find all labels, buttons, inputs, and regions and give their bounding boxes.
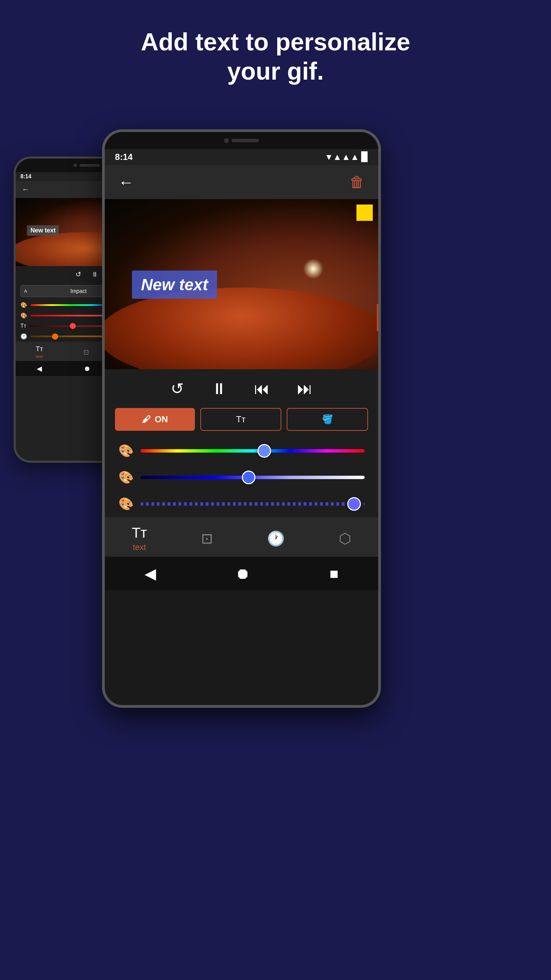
camera-dot xyxy=(73,164,77,167)
brush-icon: 🖌 xyxy=(142,414,151,425)
palette-icon-2: 🎨 xyxy=(21,312,27,319)
front-playback-controls: ↺ ⏸ ⏮ ⏭ xyxy=(105,369,378,408)
front-opacity-slider[interactable] xyxy=(140,502,365,506)
fill-icon: 🪣 xyxy=(322,414,333,425)
wifi-icon: ▾ xyxy=(327,152,331,162)
front-status-time: 8:14 xyxy=(115,152,133,162)
front-tab-time-icon: 🕐 xyxy=(267,530,285,547)
front-tab-text-icon: Tт xyxy=(132,525,147,541)
tt-label: Tт xyxy=(236,414,246,425)
palette-icon-1: 🎨 xyxy=(21,302,27,308)
front-speaker xyxy=(232,139,259,142)
front-color-slider-1[interactable] xyxy=(140,449,365,453)
front-slider-2: 🎨 xyxy=(105,464,378,491)
front-tab-text[interactable]: Tт text xyxy=(132,525,147,552)
palette-icon-3: Tт xyxy=(21,323,26,329)
phone-front: 8:14 ▾ ▲▲▲ ▉ ← 🗑 New text ↺ ⏸ ⏮ xyxy=(102,129,381,708)
front-camera-dot xyxy=(224,138,229,143)
front-nav-bar: ◀ ⏺ ■ xyxy=(105,557,378,590)
font-icon: A xyxy=(24,288,27,294)
front-home-nav-icon[interactable]: ⏺ xyxy=(235,565,250,582)
front-palette-icon-2: 🎨 xyxy=(118,470,134,485)
front-tab-share-icon: ⬡ xyxy=(339,530,351,547)
front-status-bar: 8:14 ▾ ▲▲▲ ▉ xyxy=(105,149,378,165)
front-back-nav-icon[interactable]: ◀ xyxy=(144,565,156,582)
front-slider-3: 🎨 xyxy=(105,491,378,517)
home-nav-icon[interactable]: ⏺ xyxy=(84,365,91,372)
front-slider-thumb-2[interactable] xyxy=(242,471,256,484)
front-tab-text-label: text xyxy=(133,542,146,552)
tab-text-label: text xyxy=(36,354,43,359)
front-top-bar: ← 🗑 xyxy=(105,165,378,199)
front-tab-share[interactable]: ⬡ xyxy=(339,530,351,547)
status-icons: ▾ ▲▲▲ ▉ xyxy=(327,152,368,162)
tab-text[interactable]: Tт text xyxy=(36,345,43,359)
front-tab-bar: Tт text ⊡ 🕐 ⬡ xyxy=(105,517,378,557)
front-mars-planet xyxy=(105,288,378,369)
front-tab-crop[interactable]: ⊡ xyxy=(201,530,213,547)
front-slider-thumb-3[interactable] xyxy=(347,497,361,511)
front-mars-background: New text xyxy=(105,199,378,369)
text-format-button[interactable]: Tт xyxy=(200,408,282,431)
nat-geo-badge xyxy=(356,205,373,221)
tab-crop[interactable]: ⊡ xyxy=(83,348,89,356)
front-recent-nav-icon[interactable]: ■ xyxy=(330,565,339,582)
back-status-time: 8:14 xyxy=(21,173,31,180)
front-refresh-button[interactable]: ↺ xyxy=(171,379,184,398)
header-text: Add text to personalize your gif. xyxy=(0,0,551,86)
back-nav-icon[interactable]: ◀ xyxy=(37,364,42,372)
front-tab-crop-icon: ⊡ xyxy=(201,530,213,547)
new-text-overlay[interactable]: New text xyxy=(27,225,59,236)
slider-thumb-3[interactable] xyxy=(70,323,76,329)
front-pause-button[interactable]: ⏸ xyxy=(211,379,227,398)
front-phone-notch xyxy=(105,132,378,149)
on-button[interactable]: 🖌 ON xyxy=(115,408,195,431)
font-name: Impact xyxy=(70,288,87,294)
front-new-text-overlay[interactable]: New text xyxy=(132,270,217,299)
back-pause-button[interactable]: ⏸ xyxy=(92,270,98,278)
front-mode-buttons: 🖌 ON Tт 🪣 xyxy=(105,408,378,438)
on-label: ON xyxy=(155,414,168,425)
front-color-slider-2[interactable] xyxy=(140,476,365,479)
back-refresh-button[interactable]: ↺ xyxy=(76,270,81,278)
tab-text-icon: Tт xyxy=(36,345,43,353)
fill-button[interactable]: 🪣 xyxy=(287,408,368,431)
front-palette-icon-3: 🎨 xyxy=(118,497,134,511)
tab-crop-icon: ⊡ xyxy=(83,348,89,356)
front-palette-icon-1: 🎨 xyxy=(118,444,134,458)
signal-icon: ▲▲▲ xyxy=(333,152,359,162)
front-trash-icon[interactable]: 🗑 xyxy=(349,173,365,191)
battery-icon: ▉ xyxy=(361,152,368,162)
front-slider-thumb-1[interactable] xyxy=(257,444,271,458)
front-tab-time[interactable]: 🕐 xyxy=(267,530,285,547)
front-video-preview: New text xyxy=(105,199,378,369)
front-prev-button[interactable]: ⏮ xyxy=(254,379,270,398)
front-slider-1: 🎨 xyxy=(105,438,378,464)
speaker xyxy=(79,164,100,167)
slider-thumb-4[interactable] xyxy=(52,334,58,340)
star-glow xyxy=(303,259,324,279)
back-arrow-icon[interactable]: ← xyxy=(22,185,29,194)
front-back-arrow-icon[interactable]: ← xyxy=(118,173,134,191)
palette-icon-4: 🕐 xyxy=(21,333,27,340)
front-next-button[interactable]: ⏭ xyxy=(297,379,313,398)
phones-container: 8:14 ← 🗑 New text ↺ ⏸ A Impact ▾ Tт xyxy=(0,129,551,946)
